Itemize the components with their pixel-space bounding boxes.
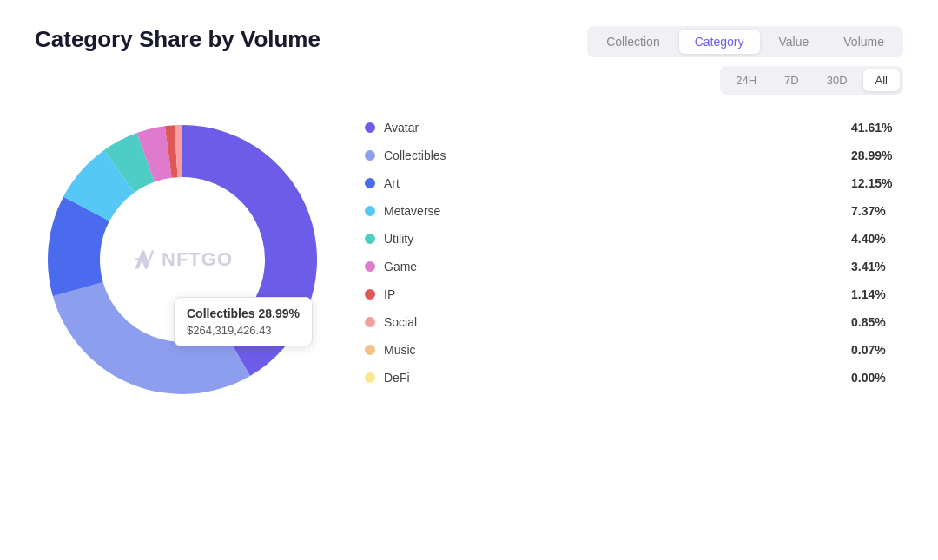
legend-dot: [365, 234, 375, 244]
legend-dot: [365, 261, 375, 272]
legend-pct: 0.00%: [851, 371, 903, 385]
legend-item: Collectibles 28.99%: [365, 148, 903, 162]
legend-name: Collectibles: [384, 148, 842, 162]
tab-collection[interactable]: Collection: [591, 30, 675, 54]
filter-group: CollectionCategoryValueVolume 24H7D30DAl…: [587, 26, 903, 95]
legend-pct: 12.15%: [851, 176, 903, 190]
legend-item: Social 0.85%: [365, 315, 903, 329]
legend-item: Game 3.41%: [365, 260, 903, 273]
legend-name: Art: [384, 176, 842, 190]
tab-volume[interactable]: Volume: [828, 30, 900, 54]
time-tabs: 24H7D30DAll: [720, 66, 903, 95]
time-30d[interactable]: 30D: [815, 69, 860, 91]
legend-item: DeFi 0.00%: [365, 371, 903, 385]
time-all[interactable]: All: [863, 69, 900, 91]
legend-pct: 1.14%: [851, 287, 903, 301]
legend-name: DeFi: [384, 371, 842, 385]
legend-dot: [365, 317, 375, 327]
legend-item: Music 0.07%: [365, 343, 903, 357]
donut-segment-avatar[interactable]: [182, 125, 317, 376]
legend-item: Metaverse 7.37%: [365, 204, 903, 218]
donut-segment-collectibles[interactable]: [53, 282, 250, 394]
legend-dot: [365, 289, 375, 300]
legend-dot: [365, 150, 375, 161]
tab-value[interactable]: Value: [763, 30, 825, 54]
legend-name: Metaverse: [384, 204, 842, 218]
legend-name: Music: [384, 343, 842, 357]
main-content: NFTGO Collectibles 28.99% $264,319,426.4…: [35, 112, 903, 407]
legend-pct: 7.37%: [851, 204, 903, 218]
donut-chart: [35, 112, 330, 407]
tab-category[interactable]: Category: [679, 30, 760, 54]
legend-pct: 41.61%: [851, 121, 903, 135]
legend-name: Avatar: [384, 121, 842, 135]
legend-pct: 28.99%: [851, 148, 903, 162]
category-tabs: CollectionCategoryValueVolume: [587, 26, 903, 57]
legend-dot: [365, 206, 375, 216]
time-7d[interactable]: 7D: [772, 69, 811, 91]
legend-name: Social: [384, 315, 842, 329]
legend-pct: 3.41%: [851, 260, 903, 273]
legend-item: IP 1.14%: [365, 287, 903, 301]
legend: Avatar 41.61% Collectibles 28.99% Art 12…: [365, 112, 903, 385]
time-24h[interactable]: 24H: [723, 69, 769, 91]
legend-pct: 4.40%: [851, 232, 903, 246]
legend-item: Utility 4.40%: [365, 232, 903, 246]
legend-item: Avatar 41.61%: [365, 121, 903, 135]
legend-dot: [365, 372, 375, 383]
legend-name: Utility: [384, 232, 842, 246]
legend-pct: 0.07%: [851, 343, 903, 357]
legend-pct: 0.85%: [851, 315, 903, 329]
legend-name: IP: [384, 287, 842, 301]
donut-chart-container: NFTGO Collectibles 28.99% $264,319,426.4…: [35, 112, 330, 407]
legend-dot: [365, 178, 375, 188]
legend-name: Game: [384, 260, 842, 273]
legend-dot: [365, 345, 375, 355]
page-title: Category Share by Volume: [35, 26, 320, 53]
legend-item: Art 12.15%: [365, 176, 903, 190]
legend-dot: [365, 122, 375, 133]
